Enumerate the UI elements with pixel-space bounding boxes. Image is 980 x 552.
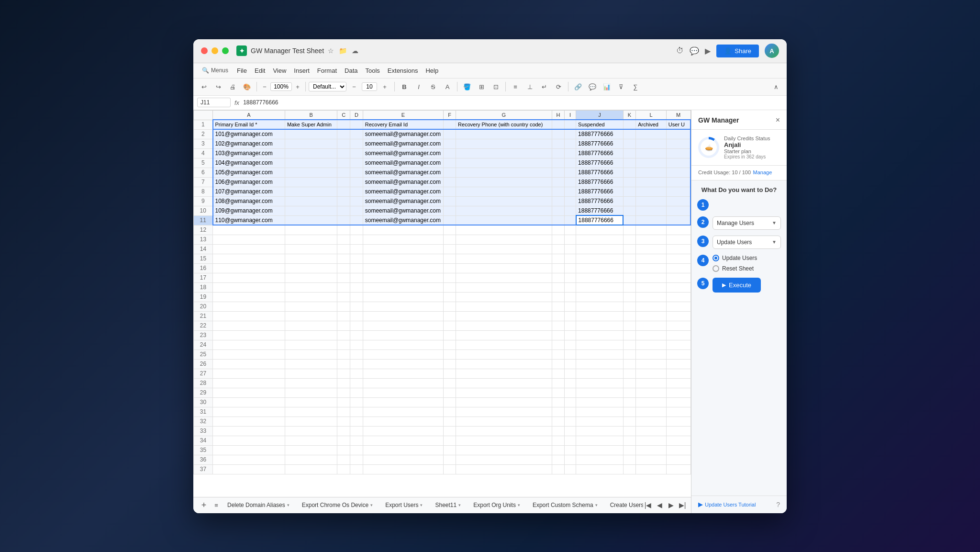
cell-r33-c5[interactable] xyxy=(444,426,456,436)
cell-r36-c11[interactable] xyxy=(636,455,667,464)
cell-r29-c4[interactable] xyxy=(363,388,443,397)
cell-r23-c10[interactable] xyxy=(623,330,635,340)
tab-prev-btn[interactable]: ◀ xyxy=(655,500,664,510)
cell-r16-c12[interactable] xyxy=(666,263,690,273)
cell-r32-c8[interactable] xyxy=(565,417,576,426)
cell-r31-c2[interactable] xyxy=(337,407,350,417)
cell-r7-c4[interactable]: someemail@gwmanager.com xyxy=(363,177,443,187)
zoom-in-btn[interactable]: + xyxy=(293,80,302,93)
share-button[interactable]: 👤 Share xyxy=(716,45,759,57)
cell-r6-c1[interactable] xyxy=(285,168,337,177)
cell-r19-c3[interactable] xyxy=(350,292,363,302)
cell-r18-c3[interactable] xyxy=(350,282,363,292)
menu-item-extensions[interactable]: Extensions xyxy=(384,66,422,76)
cell-r8-c10[interactable] xyxy=(623,187,635,196)
menu-item-view[interactable]: View xyxy=(269,66,290,76)
help-icon[interactable]: ? xyxy=(776,501,780,508)
cell-r37-c12[interactable] xyxy=(666,464,690,474)
cell-r6-c12[interactable] xyxy=(666,168,690,177)
tab-dropdown-arrow[interactable]: ▾ xyxy=(595,503,598,507)
menu-item-insert[interactable]: Insert xyxy=(290,66,313,76)
cell-r13-c8[interactable] xyxy=(565,235,576,244)
cell-r35-c3[interactable] xyxy=(350,445,363,455)
cell-r29-c3[interactable] xyxy=(350,388,363,397)
cell-r17-c0[interactable] xyxy=(213,273,285,282)
cell-r33-c2[interactable] xyxy=(337,426,350,436)
filter-btn[interactable]: ⊽ xyxy=(614,80,628,93)
cell-r27-c5[interactable] xyxy=(444,369,456,378)
cell-r28-c4[interactable] xyxy=(363,378,443,388)
cell-r7-c3[interactable] xyxy=(350,177,363,187)
cell-r9-c3[interactable] xyxy=(350,196,363,206)
cell-r2-c6[interactable] xyxy=(456,129,552,139)
cell-r4-c3[interactable] xyxy=(350,148,363,158)
header-cell-4[interactable]: Recovery Email Id xyxy=(363,120,443,129)
col-header-A[interactable]: A xyxy=(213,110,285,120)
cell-r32-c6[interactable] xyxy=(456,417,552,426)
cell-r13-c5[interactable] xyxy=(444,235,456,244)
cell-r25-c10[interactable] xyxy=(623,349,635,359)
close-button[interactable] xyxy=(201,47,208,54)
cell-r17-c10[interactable] xyxy=(623,273,635,282)
cell-r28-c6[interactable] xyxy=(456,378,552,388)
cell-r9-c6[interactable] xyxy=(456,196,552,206)
cell-r18-c10[interactable] xyxy=(623,282,635,292)
cell-r18-c12[interactable] xyxy=(666,282,690,292)
cell-r12-c6[interactable] xyxy=(456,225,552,235)
cell-r19-c11[interactable] xyxy=(636,292,667,302)
cell-r36-c5[interactable] xyxy=(444,455,456,464)
gw-close-btn[interactable]: × xyxy=(776,116,780,124)
history-icon[interactable]: ⏱ xyxy=(676,46,684,55)
cell-r25-c9[interactable] xyxy=(576,349,624,359)
cell-r27-c1[interactable] xyxy=(285,369,337,378)
cell-r5-c0[interactable]: 104@gwmanager.com xyxy=(213,158,285,168)
cell-r5-c11[interactable] xyxy=(636,158,667,168)
cell-r21-c9[interactable] xyxy=(576,311,624,321)
cell-r5-c9[interactable]: 18887776666 xyxy=(576,158,624,168)
cell-r2-c7[interactable] xyxy=(552,129,565,139)
cell-r34-c6[interactable] xyxy=(456,436,552,445)
cell-r20-c11[interactable] xyxy=(636,302,667,311)
cell-r15-c8[interactable] xyxy=(565,254,576,263)
fill-color-btn[interactable]: 🪣 xyxy=(460,80,474,93)
cell-r12-c5[interactable] xyxy=(444,225,456,235)
cell-r24-c10[interactable] xyxy=(623,340,635,349)
cell-r23-c8[interactable] xyxy=(565,330,576,340)
cell-r31-c12[interactable] xyxy=(666,407,690,417)
cell-r14-c10[interactable] xyxy=(623,244,635,254)
cell-r23-c4[interactable] xyxy=(363,330,443,340)
cell-r36-c10[interactable] xyxy=(623,455,635,464)
cell-r17-c12[interactable] xyxy=(666,273,690,282)
cell-r8-c11[interactable] xyxy=(636,187,667,196)
cell-r11-c8[interactable] xyxy=(565,215,576,225)
cell-r12-c0[interactable] xyxy=(213,225,285,235)
cell-r36-c3[interactable] xyxy=(350,455,363,464)
cell-r17-c6[interactable] xyxy=(456,273,552,282)
zoom-input[interactable]: 100% xyxy=(270,82,292,91)
cell-r13-c11[interactable] xyxy=(636,235,667,244)
cell-r23-c11[interactable] xyxy=(636,330,667,340)
cell-r3-c0[interactable]: 102@gwmanager.com xyxy=(213,139,285,148)
cell-r18-c5[interactable] xyxy=(444,282,456,292)
cell-r19-c9[interactable] xyxy=(576,292,624,302)
header-cell-11[interactable]: Archived xyxy=(636,120,667,129)
menu-item-help[interactable]: Help xyxy=(422,66,442,76)
cell-r4-c2[interactable] xyxy=(337,148,350,158)
cell-r3-c10[interactable] xyxy=(623,139,635,148)
cell-r6-c4[interactable]: someemail@gwmanager.com xyxy=(363,168,443,177)
cell-r7-c1[interactable] xyxy=(285,177,337,187)
cell-r36-c0[interactable] xyxy=(213,455,285,464)
cell-r16-c7[interactable] xyxy=(552,263,565,273)
cell-r13-c2[interactable] xyxy=(337,235,350,244)
cell-r22-c5[interactable] xyxy=(444,321,456,330)
cell-r3-c8[interactable] xyxy=(565,139,576,148)
cell-r34-c3[interactable] xyxy=(350,436,363,445)
cell-r16-c8[interactable] xyxy=(565,263,576,273)
cell-r24-c2[interactable] xyxy=(337,340,350,349)
cell-r34-c8[interactable] xyxy=(565,436,576,445)
cell-r6-c8[interactable] xyxy=(565,168,576,177)
cell-r21-c1[interactable] xyxy=(285,311,337,321)
cell-r23-c9[interactable] xyxy=(576,330,624,340)
cell-r19-c1[interactable] xyxy=(285,292,337,302)
col-header-G[interactable]: G xyxy=(456,110,552,120)
